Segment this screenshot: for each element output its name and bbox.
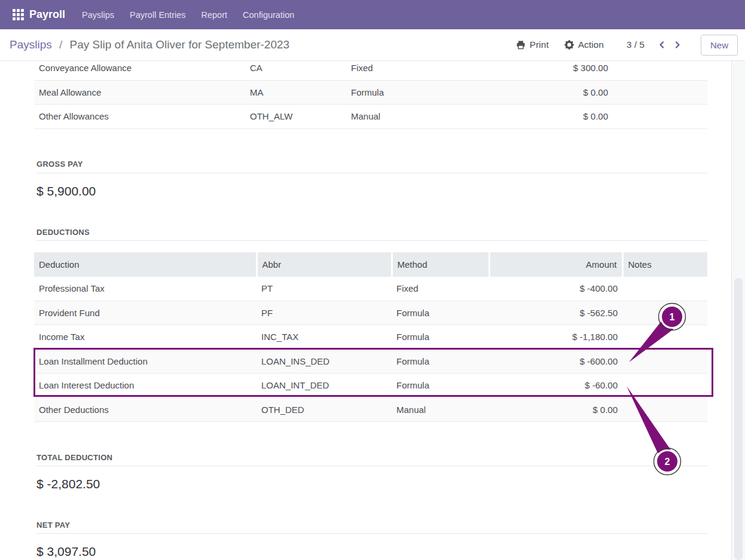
menu-item-payslips[interactable]: Payslips <box>82 10 114 20</box>
allowance-notes <box>613 61 707 80</box>
print-label: Print <box>530 39 549 50</box>
net-pay-value: $ 3,097.50 <box>36 544 96 559</box>
allowance-notes <box>613 105 707 129</box>
allowance-row[interactable]: Meal Allowance MA Formula $ 0.00 <box>34 80 707 105</box>
allowance-method: Manual <box>346 105 445 129</box>
deduction-row-loan-installment[interactable]: Loan Installment Deduction LOAN_INS_DED … <box>34 349 707 374</box>
section-divider <box>36 533 707 534</box>
deduction-name: Professional Tax <box>34 277 257 301</box>
menu-item-payroll-entries[interactable]: Payroll Entries <box>130 10 185 20</box>
new-button[interactable]: New <box>701 35 738 56</box>
allowance-abbr: CA <box>245 61 346 80</box>
allowance-name: Other Allowances <box>34 105 245 129</box>
total-deduction-value: $ -2,802.50 <box>36 477 100 491</box>
allowance-name: Conveyance Allowance <box>34 61 245 80</box>
vertical-scrollbar-track[interactable] <box>731 61 745 560</box>
section-divider <box>36 240 707 241</box>
deduction-notes <box>622 349 707 374</box>
deduction-abbr: INC_TAX <box>257 325 392 350</box>
deductions-label: DEDUCTIONS <box>36 228 90 237</box>
payslip-form-content: Conveyance Allowance CA Fixed $ 300.00 M… <box>0 61 731 560</box>
deduction-row[interactable]: Professional Tax PT Fixed $ -400.00 <box>34 277 707 301</box>
menu-item-report[interactable]: Report <box>201 10 228 20</box>
allowance-method: Fixed <box>346 61 445 80</box>
deductions-table: Deduction Abbr Method Amount Notes Profe… <box>34 252 707 422</box>
column-header-abbr[interactable]: Abbr <box>257 252 392 277</box>
top-navbar: Payroll Payslips Payroll Entries Report … <box>0 0 745 29</box>
deduction-amount: $ -400.00 <box>489 277 622 301</box>
pager-next-icon[interactable] <box>670 37 685 53</box>
deduction-method: Formula <box>392 301 489 325</box>
menu-item-configuration[interactable]: Configuration <box>243 10 294 20</box>
allowance-row[interactable]: Other Allowances OTH_ALW Manual $ 0.00 <box>34 105 707 129</box>
vertical-scrollbar-thumb[interactable] <box>734 278 743 560</box>
deduction-name: Loan Installment Deduction <box>34 349 257 374</box>
deduction-method: Formula <box>392 349 489 374</box>
print-button[interactable]: Print <box>516 39 549 50</box>
column-header-amount[interactable]: Amount <box>489 252 622 277</box>
section-divider <box>36 466 707 466</box>
deduction-row-loan-interest[interactable]: Loan Interest Deduction LOAN_INT_DED For… <box>34 374 707 398</box>
allowance-abbr: OTH_ALW <box>245 105 346 129</box>
action-button[interactable]: Action <box>564 39 604 50</box>
deduction-amount: $ -1,180.00 <box>489 325 622 350</box>
deduction-method: Formula <box>392 325 489 350</box>
deduction-notes <box>622 277 707 301</box>
deduction-notes <box>622 325 707 350</box>
column-header-deduction[interactable]: Deduction <box>34 252 257 277</box>
breadcrumb-separator: / <box>59 38 62 51</box>
column-header-notes[interactable]: Notes <box>622 252 707 277</box>
gross-pay-value: $ 5,900.00 <box>36 184 96 198</box>
gear-icon <box>564 40 574 50</box>
deduction-amount: $ -562.50 <box>489 301 622 325</box>
allowance-amount: $ 300.00 <box>445 61 613 80</box>
navbar-menu: Payslips Payroll Entries Report Configur… <box>82 10 294 20</box>
control-panel-actions: Print <box>516 35 745 56</box>
deduction-abbr: LOAN_INT_DED <box>257 374 392 398</box>
deduction-abbr: OTH_DED <box>257 397 392 422</box>
pager-value: 3 / 5 <box>627 39 645 50</box>
deduction-row[interactable]: Provident Fund PF Formula $ -562.50 <box>34 301 707 325</box>
deduction-method: Formula <box>392 374 489 398</box>
allowance-method: Formula <box>346 80 445 105</box>
deduction-abbr: LOAN_INS_DED <box>257 349 392 374</box>
printer-icon <box>516 40 526 50</box>
allowances-table: Conveyance Allowance CA Fixed $ 300.00 M… <box>34 61 707 129</box>
app-brand[interactable]: Payroll <box>29 8 65 21</box>
section-divider <box>36 173 707 173</box>
deduction-name: Loan Interest Deduction <box>34 374 257 398</box>
deduction-row[interactable]: Income Tax INC_TAX Formula $ -1,180.00 <box>34 325 707 350</box>
deduction-notes <box>622 397 707 422</box>
breadcrumb: Payslips / Pay Slip of Anita Oliver for … <box>10 38 289 51</box>
allowance-name: Meal Allowance <box>34 80 245 105</box>
deduction-amount: $ -600.00 <box>489 349 622 374</box>
deductions-header-row: Deduction Abbr Method Amount Notes <box>34 252 707 277</box>
gross-pay-label: GROSS PAY <box>36 160 83 169</box>
deduction-method: Manual <box>392 397 489 422</box>
deduction-method: Fixed <box>392 277 489 301</box>
net-pay-label: NET PAY <box>36 521 70 530</box>
deduction-notes <box>622 374 707 398</box>
control-panel: Payslips / Pay Slip of Anita Oliver for … <box>0 29 745 61</box>
deduction-abbr: PT <box>257 277 392 301</box>
allowance-amount: $ 0.00 <box>445 80 613 105</box>
deduction-abbr: PF <box>257 301 392 325</box>
deduction-row[interactable]: Other Deductions OTH_DED Manual $ 0.00 <box>34 397 707 422</box>
deduction-amount: $ -60.00 <box>489 374 622 398</box>
apps-grid-icon[interactable] <box>13 9 24 20</box>
allowance-amount: $ 0.00 <box>445 105 613 129</box>
deduction-name: Income Tax <box>34 325 257 350</box>
deduction-amount: $ 0.00 <box>489 397 622 422</box>
breadcrumb-parent-link[interactable]: Payslips <box>10 38 52 51</box>
allowance-abbr: MA <box>245 80 346 105</box>
allowance-row[interactable]: Conveyance Allowance CA Fixed $ 300.00 <box>34 61 707 80</box>
deduction-name: Provident Fund <box>34 301 257 325</box>
total-deduction-label: TOTAL DEDUCTION <box>36 453 112 462</box>
breadcrumb-current: Pay Slip of Anita Oliver for September-2… <box>70 38 290 51</box>
deduction-name: Other Deductions <box>34 397 257 422</box>
column-header-method[interactable]: Method <box>392 252 489 277</box>
action-label: Action <box>578 39 604 50</box>
allowance-notes <box>613 80 707 105</box>
pager-previous-icon[interactable] <box>654 37 670 53</box>
deduction-notes <box>622 301 707 325</box>
